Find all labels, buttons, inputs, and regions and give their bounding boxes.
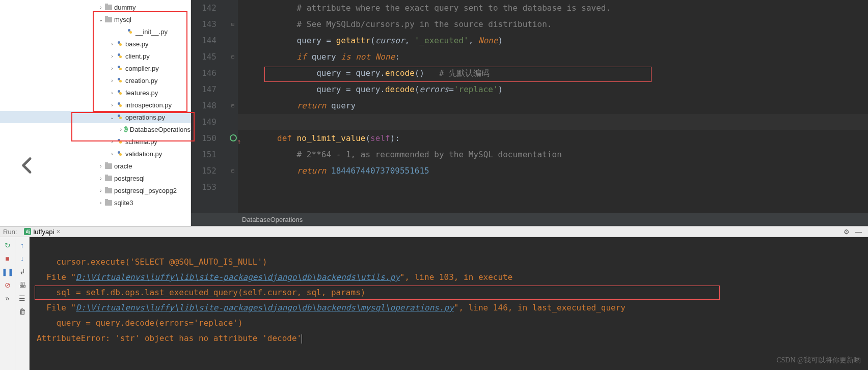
- chevron-icon[interactable]: ›: [108, 41, 116, 47]
- print-icon[interactable]: 🖶: [18, 281, 26, 289]
- folder-icon: [105, 163, 112, 169]
- wrap-icon[interactable]: ↲: [18, 268, 26, 276]
- tree-item[interactable]: ⌄operations.py: [0, 111, 191, 123]
- chevron-icon[interactable]: ›: [97, 163, 105, 169]
- python-file-icon: [116, 40, 123, 47]
- console-line: sql = self.db.ops.last_executed_query(se…: [37, 288, 365, 297]
- code-editor[interactable]: 142143144145146147148149150151152153 ⊟⊟⊟…: [191, 0, 868, 226]
- trash-icon[interactable]: 🗑: [18, 307, 26, 316]
- chevron-icon[interactable]: ⌄: [97, 17, 105, 22]
- traceback-path-link[interactable]: D:\Virtualenvs\luffy\lib\site-packages\d…: [76, 272, 400, 282]
- tree-item-label: creation.py: [125, 77, 158, 84]
- folder-icon: [105, 176, 112, 181]
- folder-icon: [105, 200, 112, 206]
- tree-item-label: dummy: [114, 4, 136, 11]
- traceback-path-link[interactable]: D:\Virtualenvs\luffy\lib\site-packages\d…: [76, 303, 454, 312]
- run-label: Run:: [3, 228, 17, 236]
- project-file-tree[interactable]: ›dummy⌄mysql__init__.py›base.py›client.p…: [0, 0, 191, 226]
- chevron-icon[interactable]: ›: [108, 151, 116, 157]
- console-line: File "D:\Virtualenvs\luffy\lib\site-pack…: [37, 303, 626, 312]
- django-icon: dj: [24, 228, 31, 235]
- line-number: 148: [191, 98, 216, 114]
- code-lines[interactable]: # attribute where the exact query sent t…: [238, 0, 868, 213]
- gallery-prev-button[interactable]: [6, 144, 49, 187]
- line-number: 149: [191, 114, 216, 130]
- minimize-icon[interactable]: —: [855, 228, 862, 236]
- chevron-icon[interactable]: ›: [97, 200, 105, 206]
- chevron-icon[interactable]: ›: [97, 176, 105, 181]
- chevron-icon[interactable]: ›: [118, 127, 124, 132]
- chevron-icon[interactable]: ›: [108, 66, 116, 71]
- fold-column[interactable]: ⊟⊟⊟ ↑ ⊟: [228, 0, 238, 213]
- tree-item-label: schema.py: [125, 138, 157, 146]
- stop-icon[interactable]: ■: [4, 254, 12, 263]
- tree-item[interactable]: ›creation.py: [0, 74, 191, 87]
- python-file-icon: [116, 150, 123, 157]
- python-file-icon: [116, 52, 123, 60]
- rerun-icon[interactable]: ↻: [4, 241, 12, 249]
- python-file-icon: [116, 101, 123, 108]
- run-panel-header: Run: dj luffyapi × ⚙ —: [0, 226, 868, 237]
- tree-item-label: operations.py: [125, 113, 165, 121]
- class-icon: C: [124, 126, 128, 132]
- filter-icon[interactable]: ☰: [18, 294, 26, 302]
- tree-item[interactable]: ›dummy: [0, 1, 191, 13]
- tree-item-label: sqlite3: [114, 199, 133, 207]
- chevron-icon[interactable]: ›: [108, 90, 116, 96]
- close-tab-icon[interactable]: ×: [56, 227, 60, 236]
- chevron-icon[interactable]: ›: [97, 5, 105, 10]
- watermark-text: CSDN @我可以将你更新哟: [776, 356, 861, 365]
- down-stack-icon[interactable]: ↓: [18, 254, 26, 263]
- folder-icon: [105, 188, 112, 193]
- python-file-icon: [116, 138, 123, 145]
- run-tool-column-secondary: ↑ ↓ ↲ 🖶 ☰ 🗑: [15, 237, 30, 370]
- line-number: 153: [191, 179, 216, 195]
- pause-icon[interactable]: ❚❚: [4, 268, 12, 276]
- code-comment: # attribute where the exact query sent t…: [297, 3, 611, 13]
- exit-icon[interactable]: ⊘: [4, 281, 12, 289]
- console-line: File "D:\Virtualenvs\luffy\lib\site-pack…: [37, 272, 512, 282]
- tree-item-label: postgresql_psycopg2: [114, 187, 177, 194]
- tree-item[interactable]: ›compiler.py: [0, 62, 191, 74]
- tree-item[interactable]: ›CDatabaseOperations: [0, 123, 191, 135]
- code-comment: # See MySQLdb/cursors.py in the source d…: [297, 19, 552, 29]
- folder-icon: [105, 5, 112, 10]
- tree-item[interactable]: ›sqlite3: [0, 196, 191, 209]
- run-tab-label: luffyapi: [33, 228, 54, 236]
- tree-item-label: __init__.py: [135, 28, 168, 36]
- tree-item-label: base.py: [125, 40, 149, 48]
- tree-item-label: features.py: [125, 89, 158, 97]
- chevron-left-icon: [17, 155, 38, 176]
- chevron-icon[interactable]: ›: [108, 139, 116, 145]
- gear-icon[interactable]: ⚙: [844, 228, 850, 236]
- editor-breadcrumb[interactable]: DatabaseOperations: [191, 213, 868, 226]
- console-line: query = query.decode(errors='replace'): [37, 318, 243, 328]
- run-tool-window[interactable]: Run: dj luffyapi × ⚙ — ↻ ■ ❚❚ ⊘ » ↑ ↓ ↲ …: [0, 226, 868, 370]
- run-config-tab[interactable]: dj luffyapi ×: [21, 226, 63, 237]
- line-number: 147: [191, 81, 216, 98]
- line-number: 150: [191, 130, 216, 147]
- line-number: 145: [191, 49, 216, 65]
- override-marker-icon: [230, 134, 237, 141]
- line-number: 152: [191, 163, 216, 179]
- console-line: cursor.execute('SELECT @@SQL_AUTO_IS_NUL…: [37, 257, 267, 267]
- chevron-icon[interactable]: ›: [108, 102, 116, 108]
- chevron-icon[interactable]: ⌄: [108, 115, 116, 120]
- up-stack-icon[interactable]: ↑: [18, 241, 26, 249]
- tree-item[interactable]: ⌄mysql: [0, 13, 191, 25]
- tree-item[interactable]: ›introspection.py: [0, 99, 191, 111]
- chevron-icon[interactable]: ›: [108, 78, 116, 83]
- tree-item-label: postgresql: [114, 175, 145, 182]
- chevron-icon[interactable]: ›: [97, 188, 105, 193]
- chevron-icon[interactable]: ›: [108, 53, 116, 59]
- tree-item-label: DatabaseOperations: [130, 126, 191, 133]
- tree-item[interactable]: ›client.py: [0, 50, 191, 62]
- tree-item[interactable]: __init__.py: [0, 25, 191, 38]
- more-icon[interactable]: »: [4, 294, 12, 302]
- tree-item[interactable]: ›features.py: [0, 87, 191, 99]
- line-number: 143: [191, 16, 216, 33]
- python-file-icon: [116, 89, 123, 96]
- line-number: 142: [191, 0, 216, 16]
- tree-item[interactable]: ›base.py: [0, 38, 191, 50]
- run-console[interactable]: cursor.execute('SELECT @@SQL_AUTO_IS_NUL…: [30, 237, 868, 370]
